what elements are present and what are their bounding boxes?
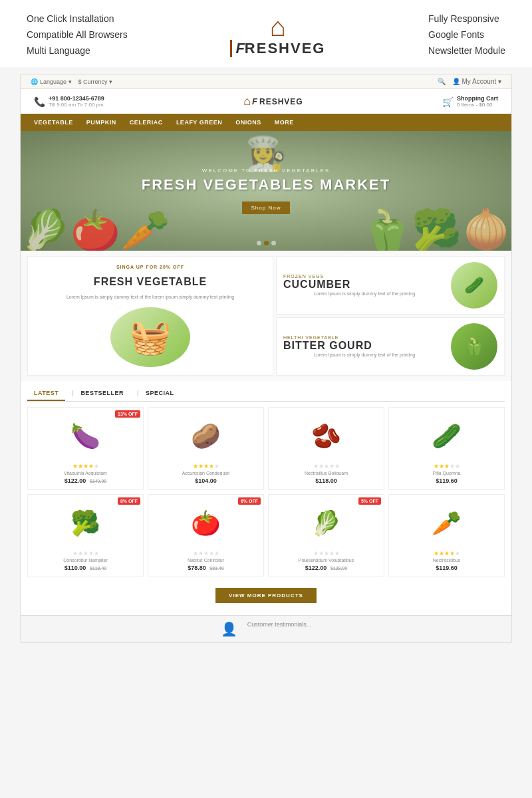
tab-special[interactable]: SPECIAL xyxy=(130,386,181,401)
hero-welcome: WELCOME TO FRESH VEGETABLES xyxy=(142,168,390,174)
search-icon[interactable]: 🔍 xyxy=(438,78,446,85)
feature-responsive: Fully Responsive xyxy=(428,13,505,24)
promo-main-desc: Lorem Ipsum is simply dummy text of the … xyxy=(36,294,265,301)
cart-sub: 0 Items - $0.00 xyxy=(457,102,498,108)
promo-basket-icon: 🧺 xyxy=(130,318,171,356)
price-current-1: $122.00 xyxy=(65,477,86,484)
tab-bestseller[interactable]: BESTSELLER xyxy=(65,386,130,401)
account-label[interactable]: 👤 My Account ▾ xyxy=(452,78,501,85)
product-stars-2: ★★★★★ xyxy=(154,463,258,469)
nav-pumpkin[interactable]: PUMPKIN xyxy=(80,114,123,131)
promo-sub-group: FROZEN VEGS CUCUMBER Lorem Ipsum is simp… xyxy=(276,256,505,376)
product-name-4: Pilla Quomna xyxy=(394,471,499,475)
feature-fonts: Google Fonts xyxy=(428,29,505,40)
shop-topbar: 🌐 Language ▾ $ Currency ▾ 🔍 👤 My Account… xyxy=(21,74,511,89)
product-name-7: Praesentidum Voluptatibus xyxy=(274,558,378,563)
product-badge-1: 13% OFF xyxy=(115,410,140,418)
product-stars-6: ★★★★★ xyxy=(154,550,258,557)
phone-hours: Till 9:00 am To 7:00 pm xyxy=(49,102,104,108)
price-old-1: $140.00 xyxy=(90,479,106,483)
product-img-5: 🥦 xyxy=(63,500,109,547)
logo-text-main: F xyxy=(230,40,244,57)
promo-sub2-img: 🫑 xyxy=(451,323,497,370)
feature-bar: One Click Installation Compatible All Br… xyxy=(0,0,532,67)
product-name-3: Nectrisillus Boliquam xyxy=(274,471,378,475)
shop-logo-f: F xyxy=(252,96,258,106)
tab-latest[interactable]: LATEST xyxy=(27,386,65,401)
promo-sub-cucumber: FROZEN VEGS CUCUMBER Lorem Ipsum is simp… xyxy=(276,256,505,315)
promo-main-title: FRESH VEGETABLE xyxy=(36,276,265,288)
phone-area: 📞 +91 800-12345-6789 Till 9:00 am To 7:0… xyxy=(34,95,104,108)
nav-leafygreen[interactable]: LEAFY GREEN xyxy=(170,114,229,131)
promo-sub-cucumber-text: FROZEN VEGS CUCUMBER Lorem Ipsum is simp… xyxy=(283,274,446,297)
shop-logo-icon: ⌂ xyxy=(243,94,251,108)
hero-shop-btn[interactable]: Shop Now xyxy=(242,201,291,214)
product-name-5: Consorditur Nampiter xyxy=(33,558,138,563)
promo-sub1-desc: Lorem Ipsum is simply dummy text of the … xyxy=(283,291,446,297)
language-selector[interactable]: 🌐 Language ▾ xyxy=(31,78,72,85)
price-current-7: $122.00 xyxy=(305,565,327,571)
product-stars-3: ★★★★★ xyxy=(274,463,378,469)
product-badge-7: 5% OFF xyxy=(358,497,381,505)
promo-sub2-title: BITTER GOURD xyxy=(283,340,446,352)
nav-celeriac[interactable]: CELERIAC xyxy=(123,114,170,131)
promo-sub1-img: 🥒 xyxy=(451,262,497,309)
bittergourd-icon: 🫑 xyxy=(464,337,484,356)
product-stars-7: ★★★★★ xyxy=(274,550,378,557)
product-card-8: 🥕 ★★★★★ Nectrosillibus $119.60 xyxy=(388,494,505,577)
promo-sub2-label: HELTHI VEGETABLE xyxy=(283,335,446,340)
price-current-8: $119.60 xyxy=(436,565,458,571)
product-grid-row2: 8% OFF 🥦 ★★★★★ Consorditur Nampiter $110… xyxy=(27,494,505,577)
product-card-4: 🥒 ★★★★★ Pilla Quomna $119.60 xyxy=(388,407,505,490)
logo: ⌂ F RESHVEG xyxy=(230,13,325,57)
cart-label: Shopping Cart xyxy=(457,95,498,102)
product-img-7: 🥬 xyxy=(303,500,350,547)
price-old-6: $83.40 xyxy=(209,566,223,571)
feature-language: Multi Language xyxy=(27,45,128,56)
hero-dot-3[interactable] xyxy=(271,241,276,245)
product-price-2: $104.00 xyxy=(154,477,258,484)
product-img-8: 🥕 xyxy=(424,500,470,547)
product-price-6: $78.80 $83.40 xyxy=(154,565,258,571)
topbar-right: 🔍 👤 My Account ▾ xyxy=(438,78,501,85)
feature-newsletter: Newsletter Module xyxy=(428,45,505,56)
product-price-3: $118.00 xyxy=(274,477,378,484)
product-stars-8: ★★★★★ xyxy=(394,550,499,557)
nav-vegetable[interactable]: VEGETABLE xyxy=(27,114,80,131)
nav-onions[interactable]: ONIONS xyxy=(229,114,268,131)
language-icon: 🌐 xyxy=(31,78,38,85)
feature-browsers: Compatible All Browsers xyxy=(27,29,128,40)
promo-sub1-title: CUCUMBER xyxy=(283,279,446,291)
phone-details: +91 800-12345-6789 Till 9:00 am To 7:00 … xyxy=(49,95,104,108)
shop-nav: VEGETABLE PUMPKIN CELERIAC LEAFY GREEN O… xyxy=(21,114,511,131)
product-name-6: Natritut Conirditur xyxy=(154,558,258,563)
promo-main-discount: SINGA UP FOR 20% OFF xyxy=(36,265,265,269)
product-card-6: 6% OFF 🍅 ★★★★★ Natritut Conirditur $78.8… xyxy=(148,494,264,577)
product-card-2: 🥔 ★★★★★ Accumsian Condequist $104.00 xyxy=(148,407,264,490)
cart-icon: 🛒 xyxy=(442,96,454,107)
promo-sub-bittergourd: HELTHI VEGETABLE BITTER GOURD Lorem Ipsu… xyxy=(276,317,505,376)
product-grid-row1: 13% OFF 🍆 ★★★★★ Vitaquinia Acquistam $12… xyxy=(27,407,505,490)
product-name-1: Vitaquinia Acquistam xyxy=(33,471,138,475)
hero-content: WELCOME TO FRESH VEGETABLES FRESH VEGETA… xyxy=(142,168,390,214)
currency-selector[interactable]: $ Currency ▾ xyxy=(78,78,113,85)
product-price-5: $110.00 $119.40 xyxy=(33,565,138,571)
nav-more[interactable]: MORE xyxy=(268,114,301,131)
hero-dot-2[interactable] xyxy=(264,241,269,245)
product-badge-5: 8% OFF xyxy=(118,497,140,505)
shop-hero: 🥬🍅🥕 🫑🥦🧅 👩‍🍳 WELCOME TO FRESH VEGETABLES … xyxy=(21,131,511,251)
cart-area[interactable]: 🛒 Shopping Cart 0 Items - $0.00 xyxy=(442,95,498,108)
price-old-7: $128.00 xyxy=(331,566,347,571)
hero-dots xyxy=(257,241,276,245)
product-price-4: $119.60 xyxy=(394,477,499,484)
price-old-5: $119.40 xyxy=(90,566,106,571)
hero-dot-1[interactable] xyxy=(257,241,261,245)
product-price-7: $122.00 $128.00 xyxy=(274,565,378,571)
feature-right: Fully Responsive Google Fonts Newsletter… xyxy=(428,13,505,57)
promo-section: SINGA UP FOR 20% OFF FRESH VEGETABLE Lor… xyxy=(21,251,511,381)
product-card-5: 8% OFF 🥦 ★★★★★ Consorditur Nampiter $110… xyxy=(27,494,144,577)
language-label: Language ▾ xyxy=(40,78,72,85)
cucumber-icon: 🥒 xyxy=(464,276,484,295)
hero-veg-left: 🥬🍅🥕 xyxy=(21,211,170,251)
view-more-button[interactable]: VIEW MORE PRODUCTS xyxy=(215,588,317,603)
